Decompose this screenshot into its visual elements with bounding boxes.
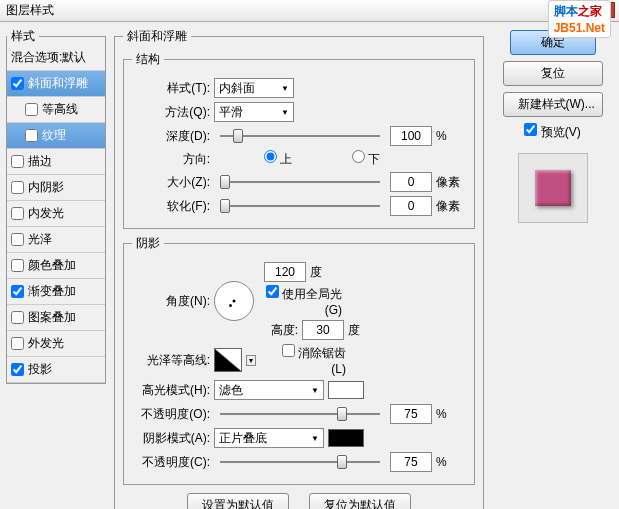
style-item-10[interactable]: 外发光 xyxy=(7,331,105,357)
preview-checkbox[interactable]: 预览(V) xyxy=(524,123,580,141)
size-slider[interactable] xyxy=(220,174,380,190)
shadow-opacity-slider[interactable] xyxy=(220,454,380,470)
style-checkbox[interactable] xyxy=(25,129,38,142)
technique-dropdown[interactable]: 平滑▼ xyxy=(214,102,294,122)
window-title: 图层样式 xyxy=(6,2,54,19)
styles-panel: 样式 混合选项:默认斜面和浮雕等高线纹理描边内阴影内发光光泽颜色叠加渐变叠加图案… xyxy=(6,28,106,384)
chevron-down-icon[interactable]: ▾ xyxy=(246,355,256,366)
style-checkbox[interactable] xyxy=(11,285,24,298)
depth-input[interactable] xyxy=(390,126,432,146)
style-item-9[interactable]: 图案叠加 xyxy=(7,305,105,331)
direction-down[interactable]: 下 xyxy=(302,150,380,168)
size-input[interactable] xyxy=(390,172,432,192)
make-default-button[interactable]: 设置为默认值 xyxy=(187,493,289,509)
soften-slider[interactable] xyxy=(220,198,380,214)
style-checkbox[interactable] xyxy=(25,103,38,116)
preview-box xyxy=(518,153,588,223)
style-checkbox[interactable] xyxy=(11,259,24,272)
gloss-contour[interactable] xyxy=(214,348,242,372)
highlight-opacity-slider[interactable] xyxy=(220,406,380,422)
preview-swatch xyxy=(535,170,571,206)
style-item-4[interactable]: 内阴影 xyxy=(7,175,105,201)
depth-slider[interactable] xyxy=(220,128,380,144)
style-item-7[interactable]: 颜色叠加 xyxy=(7,253,105,279)
style-checkbox[interactable] xyxy=(11,311,24,324)
watermark: 脚本之家 JB51.Net xyxy=(548,0,611,38)
highlight-color-swatch[interactable] xyxy=(328,381,364,399)
style-checkbox[interactable] xyxy=(11,77,24,90)
chevron-down-icon: ▼ xyxy=(281,108,289,117)
style-checkbox[interactable] xyxy=(11,155,24,168)
style-checkbox[interactable] xyxy=(11,337,24,350)
style-dropdown[interactable]: 内斜面▼ xyxy=(214,78,294,98)
angle-input[interactable] xyxy=(264,262,306,282)
blend-options[interactable]: 混合选项:默认 xyxy=(7,45,105,71)
highlight-mode-dropdown[interactable]: 滤色▼ xyxy=(214,380,324,400)
global-light-checkbox[interactable]: 使用全局光(G) xyxy=(264,285,342,317)
style-item-1[interactable]: 等高线 xyxy=(7,97,105,123)
style-item-2[interactable]: 纹理 xyxy=(7,123,105,149)
shadow-opacity-input[interactable] xyxy=(390,452,432,472)
shadow-mode-dropdown[interactable]: 正片叠底▼ xyxy=(214,428,324,448)
highlight-opacity-input[interactable] xyxy=(390,404,432,424)
shadow-color-swatch[interactable] xyxy=(328,429,364,447)
reset-default-button[interactable]: 复位为默认值 xyxy=(309,493,411,509)
bevel-title: 斜面和浮雕 xyxy=(123,28,191,45)
angle-dial[interactable] xyxy=(214,281,254,321)
style-item-0[interactable]: 斜面和浮雕 xyxy=(7,71,105,97)
style-item-3[interactable]: 描边 xyxy=(7,149,105,175)
style-checkbox[interactable] xyxy=(11,181,24,194)
direction-up[interactable]: 上 xyxy=(214,150,292,168)
style-checkbox[interactable] xyxy=(11,233,24,246)
shading-group: 阴影 角度(N): 度 使用全局光(G) 高度: 度 xyxy=(123,235,475,485)
style-item-5[interactable]: 内发光 xyxy=(7,201,105,227)
bevel-group: 斜面和浮雕 结构 样式(T): 内斜面▼ 方法(Q): 平滑▼ 深度(D): xyxy=(114,28,484,509)
style-item-6[interactable]: 光泽 xyxy=(7,227,105,253)
altitude-input[interactable] xyxy=(302,320,344,340)
chevron-down-icon: ▼ xyxy=(311,434,319,443)
style-checkbox[interactable] xyxy=(11,207,24,220)
antialias-checkbox[interactable]: 消除锯齿(L) xyxy=(268,344,346,376)
styles-header: 样式 xyxy=(7,28,39,45)
new-style-button[interactable]: 新建样式(W)... xyxy=(503,92,603,117)
style-item-11[interactable]: 投影 xyxy=(7,357,105,383)
chevron-down-icon: ▼ xyxy=(311,386,319,395)
chevron-down-icon: ▼ xyxy=(281,84,289,93)
style-item-8[interactable]: 渐变叠加 xyxy=(7,279,105,305)
structure-group: 结构 样式(T): 内斜面▼ 方法(Q): 平滑▼ 深度(D): xyxy=(123,51,475,229)
cancel-button[interactable]: 复位 xyxy=(503,61,603,86)
titlebar: 图层样式 xyxy=(0,0,619,22)
style-checkbox[interactable] xyxy=(11,363,24,376)
soften-input[interactable] xyxy=(390,196,432,216)
